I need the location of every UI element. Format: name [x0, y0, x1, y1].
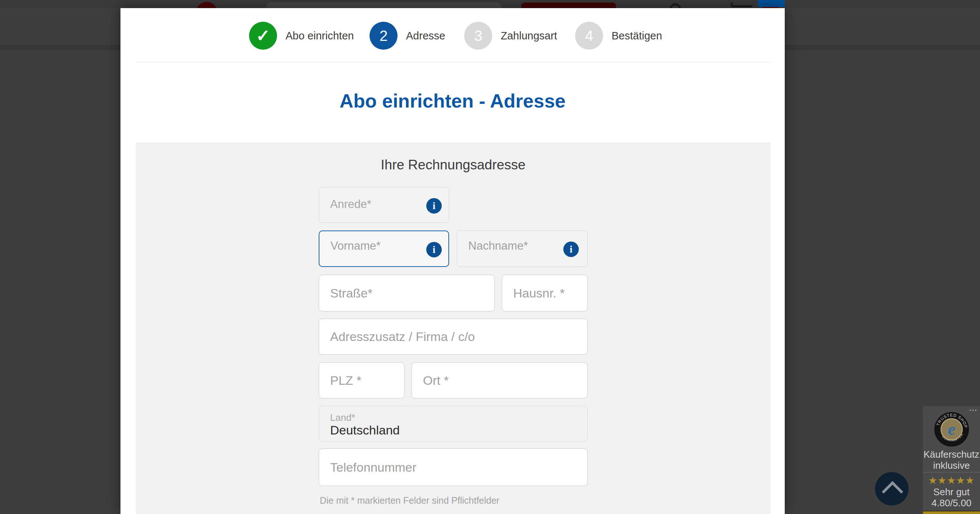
step-label: Abo einrichten: [286, 22, 354, 50]
step-number-badge: 4: [575, 22, 603, 50]
rating-label: Sehr gut: [923, 487, 980, 497]
step-number-badge: 3: [464, 22, 492, 50]
info-icon[interactable]: i: [426, 242, 442, 257]
info-icon[interactable]: i: [563, 241, 579, 257]
required-fields-note: Die mit * markierten Felder sind Pflicht…: [320, 495, 500, 506]
ort-input[interactable]: [412, 363, 587, 398]
plz-input[interactable]: [319, 363, 404, 398]
strasse-field[interactable]: [319, 274, 495, 311]
trusted-shops-widget[interactable]: ••• TRUSTED SHOPS · GUARANTEE · e Käufer…: [923, 406, 980, 514]
hausnr-input[interactable]: [502, 275, 587, 311]
buyer-protection-line2: inklusive: [923, 460, 980, 471]
telefon-input[interactable]: [319, 449, 587, 485]
step-label: Zahlungsart: [501, 22, 557, 50]
land-label: Land*: [330, 412, 355, 424]
info-icon[interactable]: i: [426, 198, 442, 214]
scroll-to-top-button[interactable]: [875, 472, 908, 506]
chevron-up-icon: [882, 481, 904, 503]
nachname-field[interactable]: i: [457, 230, 588, 267]
logo-e-letter: e: [934, 419, 969, 439]
vorname-field[interactable]: i: [319, 230, 449, 267]
ort-field[interactable]: [412, 362, 588, 398]
step-label: Bestätigen: [612, 22, 662, 50]
rating-value: 4.80/5.00: [923, 498, 980, 508]
buyer-protection-line1: Käuferschutz: [923, 449, 980, 460]
anrede-label: Anrede*: [330, 198, 371, 211]
star-rating-icons: ★★★★★: [923, 474, 980, 486]
hausnr-field[interactable]: [502, 274, 588, 311]
land-value: Deutschland: [330, 423, 400, 438]
checkout-modal: ✓ Abo einrichten 2 Adresse 3 Zahlungsart…: [121, 8, 785, 514]
screen: ••• TRUSTED SHOPS · GUARANTEE · e Käufer…: [0, 0, 980, 514]
billing-address-panel: Ihre Rechnungsadresse Anrede* i i i: [135, 143, 771, 514]
anrede-select[interactable]: Anrede* i: [319, 187, 449, 223]
widget-menu-dots[interactable]: •••: [969, 407, 977, 413]
telefon-field[interactable]: [319, 449, 588, 486]
adresszusatz-field[interactable]: [319, 319, 588, 355]
land-select[interactable]: Land* Deutschland: [319, 406, 588, 442]
blue-corner-tab: [758, 0, 785, 7]
trusted-shops-logo-icon: TRUSTED SHOPS · GUARANTEE · e: [934, 412, 969, 447]
step-label: Adresse: [406, 22, 445, 50]
plz-field[interactable]: [319, 362, 404, 398]
check-icon: ✓: [249, 22, 277, 50]
stepper-divider: [135, 62, 771, 62]
page-title: Abo einrichten - Adresse: [121, 90, 785, 112]
strasse-input[interactable]: [319, 275, 495, 311]
step-number-badge: 2: [369, 22, 398, 50]
widget-divider: [923, 472, 980, 473]
widget-gold-band: [923, 511, 980, 514]
section-title: Ihre Rechnungsadresse: [135, 157, 771, 173]
adresszusatz-input[interactable]: [319, 319, 587, 354]
